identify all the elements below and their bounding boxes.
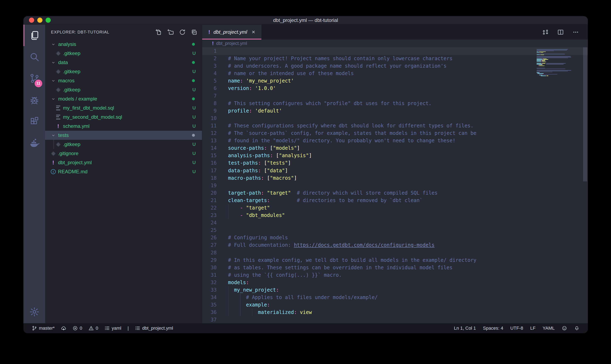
new-file-icon[interactable]: [155, 29, 162, 35]
split-editor-icon[interactable]: [557, 29, 564, 36]
code-line-1[interactable]: 1: [202, 47, 588, 55]
editor-scrollbar[interactable]: [583, 47, 588, 323]
code-line-28[interactable]: 28: [202, 249, 588, 257]
code-line-9[interactable]: 9profile: 'default': [202, 107, 588, 115]
more-actions-icon[interactable]: [572, 29, 579, 36]
status-feedback[interactable]: [562, 325, 567, 331]
tree-item-gitignore[interactable]: .gitignoreU: [45, 149, 202, 158]
tree-item-gitkeep[interactable]: .gitkeepU: [45, 49, 202, 58]
code-line-26[interactable]: 26# Configuring models: [202, 234, 588, 241]
code-line-4[interactable]: 4# name or the intended use of these mod…: [202, 70, 588, 77]
code-line-24[interactable]: 24: [202, 219, 588, 226]
indent-guide: [228, 301, 229, 309]
code-editor[interactable]: 12# Name your project! Project names sho…: [202, 47, 588, 323]
status-branch[interactable]: master*: [32, 325, 55, 331]
code-line-12[interactable]: 12# The `source-paths` config, for examp…: [202, 130, 588, 137]
tree-item-my-second-dbt-model-sql[interactable]: my_second_dbt_model.sqlU: [45, 113, 202, 122]
code-line-16[interactable]: 16test-paths: ["tests"]: [202, 159, 588, 167]
tree-item-gitkeep[interactable]: .gitkeepU: [45, 140, 202, 149]
tree-item-gitkeep[interactable]: .gitkeepU: [45, 67, 202, 76]
code-line-10[interactable]: 10: [202, 115, 588, 122]
code-line-35[interactable]: 35 example:: [202, 301, 588, 309]
code-line-5[interactable]: 5name: 'my_new_project': [202, 77, 588, 85]
code-line-11[interactable]: 11# These configurations specify where d…: [202, 122, 588, 130]
tree-item-schema-yml[interactable]: !schema.ymlU: [45, 122, 202, 131]
close-tab-icon[interactable]: ×: [252, 29, 255, 35]
status-sync[interactable]: [61, 325, 66, 331]
tree-item-macros[interactable]: macros: [45, 76, 202, 85]
status-label: YAML: [543, 325, 555, 331]
desktop-background: dbt_project.yml — dbt-tutorial 11 EXPLOR…: [0, 0, 611, 364]
tab-dbt-project-yml[interactable]: ! dbt_project.yml ×: [202, 25, 261, 39]
code-line-36[interactable]: 36 materialized: view: [202, 309, 588, 316]
code-line-25[interactable]: 25: [202, 226, 588, 234]
code-line-17[interactable]: 17data-paths: ["data"]: [202, 167, 588, 174]
code-line-7[interactable]: 7: [202, 92, 588, 100]
docker-activity-button[interactable]: [23, 132, 45, 154]
tree-item-gitkeep[interactable]: .gitkeepU: [45, 85, 202, 94]
line-number: 1: [202, 47, 217, 55]
code-line-20[interactable]: 20target-path: "target" # directory whic…: [202, 189, 588, 197]
minimap[interactable]: [537, 48, 582, 77]
tree-item-my-first-dbt-model-sql[interactable]: my_first_dbt_model.sqlU: [45, 104, 202, 113]
code-line-6[interactable]: 6version: '1.0.0': [202, 85, 588, 92]
open-changes-icon[interactable]: [542, 29, 549, 36]
refresh-icon[interactable]: [179, 29, 186, 35]
extensions-activity-button[interactable]: [23, 111, 45, 132]
doc-link[interactable]: https://docs.getdbt.com/docs/configuring…: [294, 242, 434, 248]
status-cursor-position[interactable]: Ln 1, Col 1: [454, 325, 476, 331]
line-number: 6: [202, 85, 217, 92]
scrollbar-thumb[interactable]: [583, 47, 587, 181]
code-line-18[interactable]: 18macro-paths: ["macros"]: [202, 174, 588, 182]
yaml-file-icon: !: [56, 123, 61, 129]
sql-file-icon: [56, 105, 61, 111]
status-indentation[interactable]: Spaces: 4: [483, 325, 503, 331]
code-line-3[interactable]: 3# and underscores. A good package name …: [202, 62, 588, 70]
tree-item-readme-md[interactable]: iREADME.mdU: [45, 167, 202, 176]
tree-item-models-example[interactable]: models / example: [45, 94, 202, 104]
code-line-34[interactable]: 34 # Applies to all files under models/e…: [202, 294, 588, 301]
code-line-19[interactable]: 19: [202, 182, 588, 189]
status-eol[interactable]: LF: [530, 325, 536, 331]
breadcrumb[interactable]: ! dbt_project.yml: [202, 39, 588, 47]
status-warnings[interactable]: 0: [88, 325, 98, 331]
status-language[interactable]: YAML: [543, 325, 555, 331]
modified-dot-badge: [192, 79, 195, 82]
line-number: 20: [202, 189, 217, 197]
code-line-27[interactable]: 27# Full documentation: https://docs.get…: [202, 241, 588, 249]
code-line-31[interactable]: 31# using the `{{ config(...) }}` macro.: [202, 271, 588, 279]
tree-item-data[interactable]: data: [45, 58, 202, 67]
tree-item-analysis[interactable]: analysis: [45, 40, 202, 49]
tree-item-dbt-project-yml[interactable]: !dbt_project.ymlU: [45, 158, 202, 167]
status-label: UTF-8: [510, 325, 523, 331]
new-folder-icon[interactable]: [167, 29, 174, 35]
code-line-30[interactable]: 30# as tables. These settings can be ove…: [202, 264, 588, 271]
status-selection-file[interactable]: dbt_project.yml: [135, 325, 173, 331]
status-encoding[interactable]: UTF-8: [510, 325, 523, 331]
code-line-2[interactable]: 2# Name your project! Project names shou…: [202, 55, 588, 62]
source-control-activity-button[interactable]: 11: [23, 68, 45, 89]
chevron-down-icon: [51, 133, 55, 137]
code-line-22[interactable]: 22 - "target": [202, 204, 588, 212]
line-number: 31: [202, 271, 217, 279]
status-notifications[interactable]: [574, 325, 580, 331]
debug-activity-button[interactable]: [23, 89, 45, 111]
code-line-33[interactable]: 33 my_new_project:: [202, 286, 588, 294]
collapse-all-icon[interactable]: [191, 29, 197, 35]
code-line-21[interactable]: 21clean-targets: # directories to be rem…: [202, 197, 588, 204]
code-line-29[interactable]: 29# In this example config, we tell dbt …: [202, 257, 588, 264]
settings-gear-button[interactable]: [23, 301, 45, 323]
status-errors[interactable]: 0: [72, 325, 82, 331]
search-activity-button[interactable]: [23, 46, 45, 68]
code-line-13[interactable]: 13# found in the "models/" directory. Yo…: [202, 137, 588, 144]
item-label: my_first_dbt_model.sql: [63, 105, 114, 111]
tree-item-tests[interactable]: tests: [45, 131, 202, 140]
code-line-32[interactable]: 32models:: [202, 279, 588, 286]
code-line-15[interactable]: 15analysis-paths: ["analysis"]: [202, 152, 588, 159]
code-line-37[interactable]: 37: [202, 316, 588, 324]
explorer-activity-button[interactable]: [23, 25, 45, 46]
code-line-8[interactable]: 8# This setting configures which "profil…: [202, 100, 588, 107]
code-line-23[interactable]: 23 - "dbt_modules": [202, 212, 588, 219]
status-selection-yaml[interactable]: yaml: [104, 325, 121, 331]
code-line-14[interactable]: 14source-paths: ["models"]: [202, 144, 588, 152]
